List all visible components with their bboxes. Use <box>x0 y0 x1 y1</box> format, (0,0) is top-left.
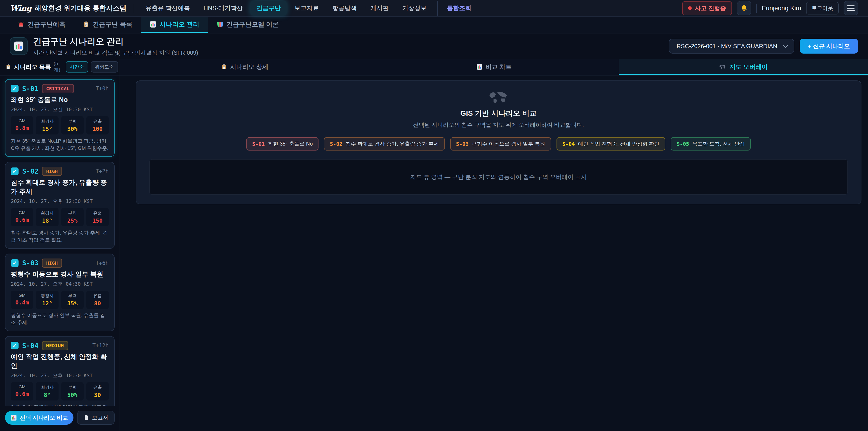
user-name: Eunjeong Kim <box>762 4 801 12</box>
siren-icon <box>18 21 24 28</box>
scenario-count: (5개) <box>54 61 60 73</box>
tab-rescue-forecast[interactable]: 긴급구난예측 <box>9 17 74 33</box>
nav-item-weather[interactable]: 기상정보 <box>396 1 432 16</box>
severity-badge: HIGH <box>42 258 62 268</box>
metric-buoyancy: 부력35% <box>61 291 84 309</box>
scenario-checkbox[interactable] <box>11 167 19 175</box>
scenario-chip-s05[interactable]: S-05 목포항 도착, 선체 안정 <box>671 137 751 151</box>
nav-item-aerial-search[interactable]: 항공탐색 <box>327 1 363 16</box>
nav-item-hns[interactable]: HNS·대기확산 <box>197 1 249 16</box>
metric-buoyancy: 부력50% <box>61 382 84 400</box>
scenario-card-s01[interactable]: S-01 CRITICAL T+0h 좌현 35° 충돌로 No 2024. 1… <box>5 79 115 157</box>
clipboard-icon <box>83 21 90 28</box>
report-button[interactable]: 보고서 <box>77 411 115 425</box>
metric-heel: 횡경사8° <box>36 382 58 400</box>
metric-heel: 횡경사12° <box>36 291 58 309</box>
chevron-down-icon <box>783 43 788 48</box>
scenario-title: 침수 확대로 경사 증가, 유출량 증가 추세 <box>11 178 109 196</box>
app-title: 해양환경 위기대응 통합시스템 <box>35 4 127 13</box>
severity-badge: HIGH <box>42 167 62 176</box>
metric-buoyancy: 부력30% <box>61 116 84 134</box>
divider <box>756 4 757 13</box>
tab-scenario-management[interactable]: 시나리오 관리 <box>141 17 208 33</box>
scenario-sidebar: 시나리오 목록 (5개) 시간순 위험도순 S-01 CRITICAL T+0h… <box>0 59 120 431</box>
logout-button[interactable]: 로그아웃 <box>806 2 839 14</box>
scenario-datetime: 2024. 10. 27. 오후 12:30 KST <box>11 198 109 205</box>
scenario-checkbox[interactable] <box>11 342 19 349</box>
books-icon <box>217 21 223 28</box>
scenario-datetime: 2024. 10. 27. 오후 10:30 KST <box>11 372 109 379</box>
nav-item-board[interactable]: 게시판 <box>364 1 395 16</box>
content-layout: 시나리오 목록 (5개) 시간순 위험도순 S-01 CRITICAL T+0h… <box>0 59 868 431</box>
scenario-checkbox[interactable] <box>11 259 19 267</box>
chip-label: 목포항 도착, 선체 안정 <box>692 140 745 147</box>
scenario-id: S-03 <box>22 259 38 267</box>
bar-chart-icon <box>150 21 156 28</box>
scenario-chip-s02[interactable]: S-02 침수 확대로 경사 증가, 유출량 증가 추세 <box>324 137 445 151</box>
clipboard-icon <box>221 64 227 70</box>
tab-label: 시나리오 상세 <box>230 63 269 71</box>
metric-grid: GM0.4m 횡경사12° 부력35% 유출80 <box>11 291 109 309</box>
bell-icon <box>740 4 748 12</box>
metric-spill: 유출30 <box>86 382 109 400</box>
report-button-label: 보고서 <box>92 414 108 421</box>
metric-gm: GM0.8m <box>11 116 33 134</box>
nav-item-reports[interactable]: 보고자료 <box>288 1 324 16</box>
menu-button[interactable] <box>844 1 858 16</box>
chip-label: 침수 확대로 경사 증가, 유출량 증가 추세 <box>346 140 439 147</box>
tab-label: 긴급구난 목록 <box>93 20 132 29</box>
tab-rescue-list[interactable]: 긴급구난 목록 <box>74 17 141 33</box>
top-navbar: Wing 해양환경 위기대응 통합시스템 유출유 확산예측 HNS·대기확산 긴… <box>0 0 868 17</box>
tab-scenario-detail[interactable]: 시나리오 상세 <box>120 59 369 75</box>
metric-spill: 유출150 <box>86 208 109 226</box>
tab-comparison-chart[interactable]: 비교 차트 <box>369 59 619 75</box>
incident-status-label: 사고 진행중 <box>695 4 726 12</box>
scenario-description: 침수 확대로 경사 증가, 유출량 증가 추세. 긴급 이초 작업 검토 필요. <box>11 229 109 244</box>
module-tabs: 긴급구난예측 긴급구난 목록 시나리오 관리 긴급구난모델 이론 <box>0 17 868 33</box>
new-scenario-button[interactable]: + 신규 시나리오 <box>800 39 858 54</box>
scenario-card-s02[interactable]: S-02 HIGH T+2h 침수 확대로 경사 증가, 유출량 증가 추세 2… <box>5 162 115 249</box>
scenario-chip-s03[interactable]: S-03 평형수 이동으로 경사 일부 복원 <box>450 137 551 151</box>
metric-spill: 유출100 <box>86 116 109 134</box>
status-dot-icon <box>688 6 692 10</box>
case-selector-value: RSC-2026-001 · M/V SEA GUARDIAN <box>677 43 777 50</box>
nav-item-emergency-rescue[interactable]: 긴급구난 <box>250 1 287 16</box>
sort-by-time-button[interactable]: 시간순 <box>66 61 88 72</box>
tab-rescue-model-theory[interactable]: 긴급구난모델 이론 <box>208 17 287 33</box>
scenario-chip-s01[interactable]: S-01 좌현 35° 충돌로 No <box>246 137 319 151</box>
app-brand: Wing 해양환경 위기대응 통합시스템 <box>10 4 127 13</box>
gis-subheading: 선택된 시나리오의 침수 구역을 지도 위에 오버레이하여 비교합니다. <box>149 121 848 129</box>
scenario-id: S-01 <box>22 85 38 93</box>
hamburger-icon <box>847 8 855 8</box>
scenario-card-s04[interactable]: S-04 MEDIUM T+12h 예인 작업 진행중, 선체 안정화 확인 2… <box>5 336 115 406</box>
notifications-button[interactable] <box>737 1 751 16</box>
timeline-offset: T+12h <box>92 342 109 349</box>
chip-id: S-03 <box>456 141 469 147</box>
tab-label: 긴급구난모델 이론 <box>226 20 279 29</box>
scenario-chip-s04[interactable]: S-04 예인 작업 진행중, 선체 안정화 확인 <box>557 137 665 151</box>
case-selector-dropdown[interactable]: RSC-2026-001 · M/V SEA GUARDIAN <box>669 39 794 54</box>
page-header: 긴급구난 시나리오 관리 시간 단계별 시나리오 비교·검토 및 구난 의사결정… <box>0 33 868 59</box>
scenario-id: S-02 <box>22 167 38 175</box>
page-title: 긴급구난 시나리오 관리 <box>33 36 198 47</box>
nav-item-oil-spill[interactable]: 유출유 확산예측 <box>140 1 196 16</box>
tab-map-overlay[interactable]: 지도 오버레이 <box>619 59 868 75</box>
topbar-right: 사고 진행중 Eunjeong Kim 로그아웃 <box>682 1 858 16</box>
nav-item-integrated-search[interactable]: 통합조회 <box>437 1 477 16</box>
app-logo: Wing <box>10 4 31 13</box>
sidebar-title: 시나리오 목록 <box>14 63 51 71</box>
scenario-description: 좌현 35° 충돌로 No.1P 화물탱크 파공, 벙커C유 유출 개시. 좌현… <box>11 137 109 152</box>
sidebar-header: 시나리오 목록 (5개) 시간순 위험도순 <box>0 59 120 75</box>
sidebar-footer: 선택 시나리오 비교 보고서 <box>0 406 120 431</box>
compare-scenarios-button[interactable]: 선택 시나리오 비교 <box>5 411 73 425</box>
tab-label: 긴급구난예측 <box>28 20 66 29</box>
world-map-icon <box>719 64 726 70</box>
scenario-card-s03[interactable]: S-03 HIGH T+6h 평형수 이동으로 경사 일부 복원 2024. 1… <box>5 254 115 331</box>
metric-grid: GM0.8m 횡경사15° 부력30% 유출100 <box>11 116 109 134</box>
scenario-description: 평형수 이동으로 경사 일부 복원. 유출률 감소 추세. <box>11 312 109 326</box>
sort-by-risk-button[interactable]: 위험도순 <box>91 61 118 72</box>
content-tabs: 시나리오 상세 비교 차트 지도 오버레이 <box>120 59 868 75</box>
scenario-title: 예인 작업 진행중, 선체 안정화 확인 <box>11 352 109 370</box>
scenario-checkbox[interactable] <box>11 85 19 92</box>
scenario-title: 좌현 35° 충돌로 No <box>11 95 109 104</box>
